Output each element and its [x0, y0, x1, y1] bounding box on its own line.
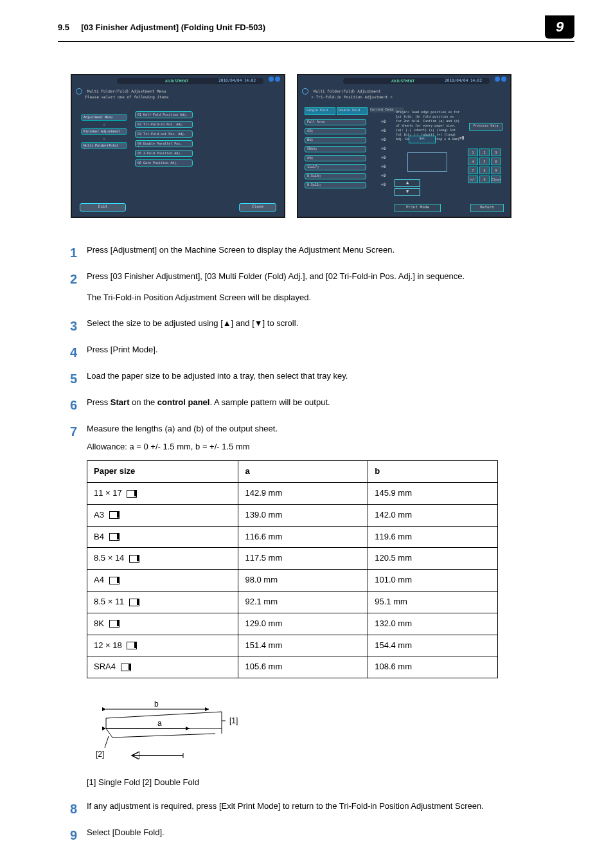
value-a-cell: 117.5 mm	[238, 548, 368, 570]
section-title: [03 Finisher Adjustment] (Folding Unit F…	[81, 23, 265, 32]
key-9[interactable]: 9	[491, 167, 501, 174]
value-a-cell: 139.0 mm	[238, 504, 368, 526]
menu-item[interactable]: 05 Z-Fold Position Adj.	[135, 150, 193, 157]
paper-size-cell: SRA4	[87, 656, 238, 678]
table-header: Paper size	[87, 461, 238, 483]
value-a-cell: 98.0 mm	[238, 570, 368, 592]
paper-size-cell: 8K	[87, 613, 238, 635]
size-item[interactable]: B4□	[305, 137, 366, 143]
landscape-icon	[129, 555, 139, 563]
datetime: 2010/04/04 14:02	[218, 78, 256, 82]
step-4: Press [Print Mode].	[58, 343, 574, 357]
screen-title-line1: Multi Folder(Fold) Adjustment Menu	[87, 89, 166, 93]
size-list: Full Area+0 A3□+0 B4□+0 SRA4□+0 A4□+0 11…	[305, 119, 388, 191]
size-value: +0	[366, 173, 388, 179]
step-3: Select the size to be adjusted using [▲]…	[58, 317, 574, 330]
set-button[interactable]: Set	[409, 136, 436, 143]
value-b-cell: 108.6 mm	[368, 656, 498, 678]
menu-item[interactable]: 02 Tri-Fold-in Pos. Adj.	[135, 121, 193, 128]
key-plusminus[interactable]: +/-	[468, 176, 478, 183]
key-3[interactable]: 3	[491, 149, 501, 156]
step-text: Press	[87, 397, 111, 407]
key-0[interactable]: 0	[479, 176, 490, 183]
key-7[interactable]: 7	[468, 167, 478, 174]
value-a-cell: 116.6 mm	[238, 526, 368, 548]
table-row: B4 116.6 mm119.6 mm	[87, 526, 498, 548]
document-page: 9.5 [03 Finisher Adjustment] (Folding Un…	[0, 0, 613, 868]
step-text: . A sample pattern will be output.	[209, 397, 330, 407]
chevron-down-icon: ▽	[81, 136, 127, 141]
table-header: a	[238, 461, 368, 483]
size-item[interactable]: A3□	[305, 128, 366, 134]
step-text: Select [Double Fold].	[87, 827, 164, 837]
key-4[interactable]: 4	[468, 158, 478, 165]
table-row: A4 98.0 mm101.0 mm	[87, 570, 498, 592]
key-5[interactable]: 5	[479, 158, 490, 165]
value-b-cell: 154.4 mm	[368, 635, 498, 656]
step-1: Press [Adjustment] on the Machine Screen…	[58, 244, 574, 257]
size-value: +0	[366, 164, 388, 170]
scroll-arrows: ▲ ▼	[395, 179, 420, 197]
mode-label: ADJUSTMENT	[165, 78, 188, 83]
tab-double-fold[interactable]: Double Fold	[337, 107, 368, 115]
key-8[interactable]: 8	[479, 167, 490, 174]
size-item[interactable]: 11x17□	[305, 164, 366, 170]
menu-item[interactable]: 03 Tri-Fold-out Pos. Adj.	[135, 131, 193, 138]
diagram-label-b: b	[154, 700, 159, 709]
screen-title: Multi Folder(Fold) Adjustment Menu Pleas…	[76, 88, 169, 99]
svg-line-4	[112, 734, 215, 737]
landscape-icon	[109, 577, 120, 584]
step-text: If any adjustment is required, press [Ex…	[87, 801, 484, 811]
size-item[interactable]: SRA4□	[305, 146, 366, 152]
size-item[interactable]: 8.5x11□	[305, 182, 366, 188]
table-header: b	[368, 461, 498, 483]
exit-button[interactable]: Exit	[80, 203, 126, 212]
arrow-down-button[interactable]: ▼	[395, 188, 420, 196]
sidebar-item[interactable]: Finisher Adjustment	[81, 128, 127, 135]
sidebar-item[interactable]: Adjustment Menu	[81, 114, 127, 121]
size-item[interactable]: 8.5x14□	[305, 173, 366, 179]
breadcrumb-sidebar: Adjustment Menu ▽ Finisher Adjustment ▽ …	[81, 114, 127, 157]
size-item[interactable]: Full Area	[305, 119, 366, 125]
menu-list: 01 Half-Fold Position Adj. 02 Tri-Fold-i…	[135, 111, 193, 169]
table-row: 8.5 × 11 92.1 mm95.1 mm	[87, 591, 498, 613]
status-icons	[269, 75, 280, 84]
sidebar-item[interactable]: Multi Folder(Fold) Adj.	[81, 142, 127, 149]
size-item[interactable]: A4□	[305, 155, 366, 161]
paper-size-cell: A3	[87, 504, 238, 526]
key-clear[interactable]: Clear	[491, 176, 501, 183]
step-6: Press Start on the control panel. A samp…	[58, 396, 574, 410]
value-b-cell: 120.5 mm	[368, 548, 498, 570]
screen-title-line2: > Tri-Fold-in Position Adjustment >	[311, 95, 392, 99]
menu-item[interactable]: 01 Half-Fold Position Adj.	[135, 111, 193, 118]
procedure-steps-cont: If any adjustment is required, press [Ex…	[58, 800, 574, 840]
menu-item[interactable]: 06 Gate Position Adj.	[135, 159, 193, 167]
landscape-icon	[109, 511, 120, 519]
numeric-display: +0	[459, 136, 464, 141]
print-mode-button[interactable]: Print Mode	[395, 204, 441, 212]
close-button[interactable]: Close	[239, 203, 276, 212]
step-text: Load the paper size to be adjusted into …	[87, 371, 348, 381]
previous-data-button[interactable]: Previous Data	[469, 123, 502, 131]
screenshot-adjustment-menu: ADJUSTMENT 2010/04/04 14:02 Multi Folder…	[71, 74, 285, 218]
table-row: 8.5 × 14 117.5 mm120.5 mm	[87, 548, 498, 570]
key-1[interactable]: 1	[468, 149, 478, 156]
key-2[interactable]: 2	[479, 149, 490, 156]
tab-single-fold[interactable]: Single Fold	[305, 107, 335, 115]
screen-topbar: ADJUSTMENT 2010/04/04 14:02	[343, 78, 490, 84]
arrow-up-button[interactable]: ▲	[395, 179, 420, 187]
value-b-cell: 142.0 mm	[368, 504, 498, 526]
diagram-mark-1: [1]	[229, 716, 238, 725]
screenshot-adjustment-detail: ADJUSTMENT 2010/04/04 14:02 Multi Folder…	[297, 74, 511, 218]
menu-item[interactable]: 04 Double Parallel Pos. Adj.	[135, 140, 193, 147]
diagram-label-a: a	[157, 719, 162, 728]
return-button[interactable]: Return	[470, 204, 504, 212]
datetime: 2010/04/04 14:02	[445, 78, 482, 82]
value-b-cell: 119.6 mm	[368, 526, 498, 548]
svg-line-5	[106, 728, 112, 737]
step-2: Press [03 Finisher Adjustment], [03 Mult…	[58, 270, 574, 305]
value-a-cell: 151.4 mm	[238, 635, 368, 656]
landscape-icon	[109, 620, 120, 628]
step-text: Press [03 Finisher Adjustment], [03 Mult…	[87, 271, 465, 281]
key-6[interactable]: 6	[491, 158, 501, 165]
